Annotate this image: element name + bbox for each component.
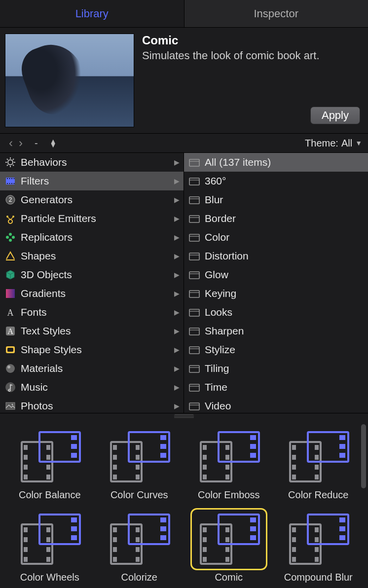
chevron-right-icon: ▶ [174, 177, 180, 185]
svg-rect-101 [225, 465, 229, 470]
svg-rect-13 [9, 183, 10, 184]
svg-rect-12 [9, 178, 10, 179]
category-row-fonts[interactable]: AFonts▶ [0, 303, 184, 322]
subcategory-row[interactable]: Color [184, 228, 368, 247]
category-row-shape-styles[interactable]: Shape Styles▶ [0, 340, 184, 359]
chevron-right-icon: ▶ [174, 215, 180, 222]
svg-rect-162 [315, 527, 319, 532]
subcategory-row[interactable]: Looks [184, 303, 368, 322]
filter-thumb-icon [102, 510, 176, 569]
subcategory-row[interactable]: Keying [184, 284, 368, 303]
svg-rect-79 [71, 435, 77, 440]
svg-rect-93 [160, 444, 166, 449]
gradient-icon [4, 287, 17, 300]
tab-library[interactable]: Library [0, 0, 184, 27]
svg-rect-126 [24, 547, 28, 552]
svg-point-0 [8, 160, 13, 165]
svg-rect-154 [203, 557, 207, 562]
category-row-behaviors[interactable]: Behaviors▶ [0, 153, 184, 172]
path-stepper-icon[interactable]: ▲▼ [50, 139, 57, 147]
nav-back-button[interactable]: ‹ [6, 136, 16, 150]
filter-item-color-emboss[interactable]: Color Emboss [184, 427, 274, 501]
theme-value[interactable]: All [341, 138, 352, 149]
folder-icon [188, 193, 201, 206]
apply-button[interactable]: Apply [310, 107, 360, 124]
category-column: Behaviors▶Filters▶2Generators▶Particle E… [0, 153, 184, 413]
category-row-3d-objects[interactable]: 3D Objects▶ [0, 265, 184, 284]
filter-item-color-balance[interactable]: Color Balance [5, 427, 95, 501]
svg-rect-109 [292, 445, 296, 450]
category-row-gradients[interactable]: Gradients▶ [0, 284, 184, 303]
font-icon: A [4, 306, 17, 319]
category-row-filters[interactable]: Filters▶ [0, 172, 184, 190]
svg-rect-81 [71, 453, 77, 458]
scrollbar-thumb[interactable] [361, 424, 366, 488]
category-row-shapes[interactable]: Shapes▶ [0, 247, 184, 265]
svg-rect-63 [189, 366, 199, 372]
subcategory-row[interactable]: Tiling [184, 359, 368, 378]
subcategory-row[interactable]: Sharpen [184, 322, 368, 340]
chevron-right-icon: ▶ [174, 402, 180, 410]
subcategory-row[interactable]: Border [184, 209, 368, 228]
folder-icon [188, 156, 201, 169]
category-row-replicators[interactable]: Replicators▶ [0, 228, 184, 247]
svg-rect-135 [113, 527, 117, 532]
filter-caption: Color Balance [5, 489, 95, 501]
category-row-particle-emitters[interactable]: Particle Emitters▶ [0, 209, 184, 228]
subcategory-row[interactable]: Video [184, 397, 368, 413]
filter-thumb-icon [13, 427, 87, 486]
svg-point-25 [6, 236, 9, 239]
filter-thumb-icon [281, 510, 355, 569]
svg-rect-15 [11, 183, 12, 184]
svg-rect-166 [315, 547, 319, 552]
category-row-music[interactable]: Music▶ [0, 378, 184, 397]
svg-rect-94 [160, 453, 166, 458]
svg-point-36 [6, 364, 15, 373]
svg-rect-57 [189, 309, 199, 316]
filter-item-color-curves[interactable]: Color Curves [95, 427, 184, 501]
svg-rect-77 [46, 475, 50, 479]
subcategory-label: Time [205, 381, 364, 393]
svg-rect-16 [14, 178, 15, 179]
filter-item-compound-blur[interactable]: Compound Blur [274, 510, 364, 583]
svg-rect-171 [339, 526, 345, 531]
svg-rect-89 [113, 475, 117, 479]
svg-rect-142 [136, 557, 140, 562]
svg-rect-136 [136, 527, 140, 532]
subcategory-row[interactable]: Blur [184, 190, 368, 209]
preview-thumbnail [5, 34, 134, 127]
svg-rect-124 [24, 537, 28, 542]
svg-rect-167 [292, 557, 296, 562]
svg-rect-10 [7, 178, 8, 179]
svg-rect-110 [315, 445, 319, 450]
svg-rect-83 [113, 445, 117, 450]
filter-item-colorize[interactable]: Colorize [95, 510, 184, 583]
theme-chevron-icon[interactable]: ▼ [355, 139, 362, 147]
svg-rect-118 [339, 435, 345, 440]
tab-inspector[interactable]: Inspector [184, 0, 368, 27]
filter-item-color-wheels[interactable]: Color Wheels [5, 510, 95, 583]
svg-rect-90 [136, 475, 140, 479]
subcategory-row[interactable]: All (137 items) [184, 153, 368, 172]
split-grip[interactable] [174, 414, 194, 418]
subcategory-row[interactable]: Distortion [184, 247, 368, 265]
subcategory-row[interactable]: Glow [184, 265, 368, 284]
category-row-photos[interactable]: Photos▶ [0, 397, 184, 413]
subcategory-row[interactable]: 360° [184, 172, 368, 190]
category-label: Text Styles [21, 325, 170, 337]
nav-forward-button[interactable]: › [16, 136, 26, 150]
category-row-generators[interactable]: 2Generators▶ [0, 190, 184, 209]
category-label: Shapes [21, 250, 170, 262]
svg-text:2: 2 [9, 196, 12, 203]
category-row-materials[interactable]: Materials▶ [0, 359, 184, 378]
svg-rect-107 [250, 453, 256, 458]
chevron-right-icon: ▶ [174, 233, 180, 241]
path-segment[interactable]: - [35, 138, 38, 149]
subcategory-row[interactable]: Stylize [184, 340, 368, 359]
category-row-text-styles[interactable]: AText Styles▶ [0, 322, 184, 340]
subcategory-row[interactable]: Time [184, 378, 368, 397]
cube-icon [4, 268, 17, 281]
filter-item-color-reduce[interactable]: Color Reduce [274, 427, 364, 501]
filter-caption: Compound Blur [274, 572, 364, 583]
filter-item-comic[interactable]: Comic [184, 510, 274, 583]
